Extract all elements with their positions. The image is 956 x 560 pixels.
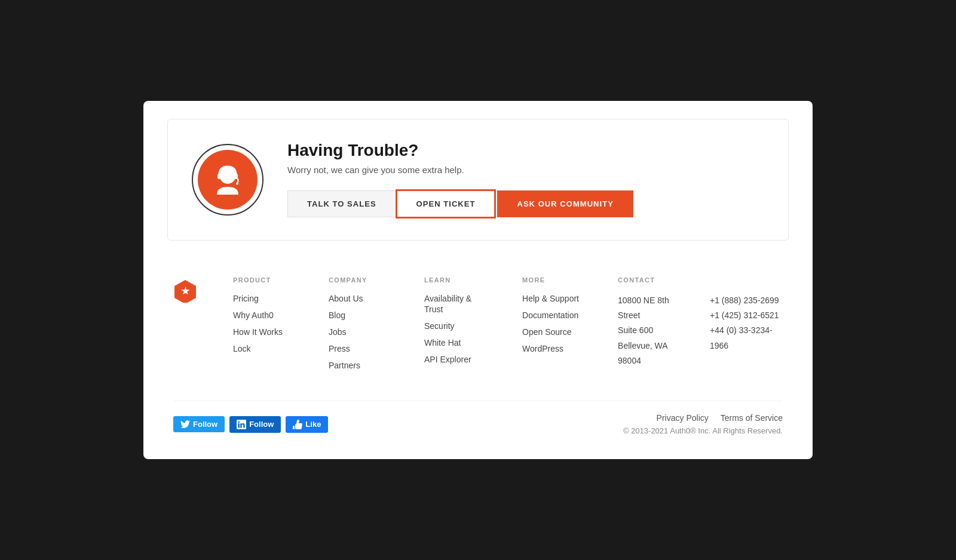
footer-top: ★ PRODUCT Pricing Why Auth0 How It Works… <box>173 276 783 377</box>
footer-col-learn-title: LEARN <box>424 276 486 284</box>
company-link-jobs[interactable]: Jobs <box>329 327 347 337</box>
linkedin-icon <box>237 420 246 429</box>
phone3: +44 (0) 33-3234-1966 <box>710 323 783 353</box>
list-item: Press <box>329 343 388 354</box>
list-item: Jobs <box>329 327 388 337</box>
footer-legal-links: Privacy Policy Terms of Service <box>657 413 783 423</box>
talk-to-sales-button[interactable]: TALK TO SALES <box>287 190 396 217</box>
facebook-like-button[interactable]: Like <box>286 416 328 433</box>
footer-col-more-title: MORE <box>522 276 582 284</box>
footer-col-company-links: About Us Blog Jobs Press Partners <box>329 293 388 371</box>
trouble-icon-circle <box>198 150 258 210</box>
list-item: About Us <box>329 293 388 304</box>
trouble-icon-outer <box>192 144 263 216</box>
trouble-content: Having Trouble? Worry not, we can give y… <box>287 141 764 219</box>
list-item: White Hat <box>424 337 486 348</box>
list-item: API Explorer <box>424 354 486 365</box>
address-line3: Bellevue, WA 98004 <box>618 339 686 368</box>
learn-link-whitehat[interactable]: White Hat <box>424 338 461 347</box>
more-link-docs[interactable]: Documentation <box>522 310 578 320</box>
address-line1: 10800 NE 8th Street <box>618 293 686 323</box>
footer-col-learn: LEARN Availability & Trust Security Whit… <box>424 276 486 377</box>
company-link-blog[interactable]: Blog <box>329 310 345 320</box>
linkedin-follow-button[interactable]: Follow <box>229 416 281 433</box>
footer-col-product: PRODUCT Pricing Why Auth0 How It Works L… <box>233 276 293 377</box>
list-item: Help & Support <box>522 293 582 304</box>
phone1: +1 (888) 235-2699 <box>710 293 783 308</box>
footer-columns: PRODUCT Pricing Why Auth0 How It Works L… <box>233 276 783 377</box>
phone2: +1 (425) 312-6521 <box>710 308 783 323</box>
page-wrapper: Having Trouble? Worry not, we can give y… <box>143 101 813 459</box>
linkedin-follow-label: Follow <box>249 420 274 429</box>
footer-bottom: Follow Follow Like <box>173 401 783 435</box>
learn-link-api-explorer[interactable]: API Explorer <box>424 355 471 364</box>
product-link-pricing[interactable]: Pricing <box>233 294 259 303</box>
trouble-card: Having Trouble? Worry not, we can give y… <box>167 119 789 241</box>
social-buttons: Follow Follow Like <box>173 416 328 433</box>
footer-logo: ★ <box>173 279 197 305</box>
ask-community-button[interactable]: ASK OUR COMMUNITY <box>497 190 633 217</box>
product-link-lock[interactable]: Lock <box>233 344 251 353</box>
support-icon <box>210 162 246 198</box>
facebook-like-label: Like <box>305 420 321 429</box>
contact-details: 10800 NE 8th Street Suite 600 Bellevue, … <box>618 293 783 368</box>
list-item: Security <box>424 321 486 331</box>
learn-link-security[interactable]: Security <box>424 321 455 331</box>
svg-point-3 <box>236 183 238 185</box>
list-item: Why Auth0 <box>233 310 293 321</box>
company-link-partners[interactable]: Partners <box>329 361 360 370</box>
footer-col-contact: CONTACT 10800 NE 8th Street Suite 600 Be… <box>618 276 783 377</box>
address-line2: Suite 600 <box>618 323 686 338</box>
footer-col-more-links: Help & Support Documentation Open Source… <box>522 293 582 354</box>
twitter-icon <box>180 420 190 428</box>
footer-col-more: MORE Help & Support Documentation Open S… <box>522 276 582 377</box>
more-link-opensource[interactable]: Open Source <box>522 327 572 337</box>
learn-link-availability[interactable]: Availability & Trust <box>424 294 471 314</box>
list-item: Pricing <box>233 293 293 304</box>
trouble-buttons: TALK TO SALES OPEN TICKET ASK OUR COMMUN… <box>287 189 764 219</box>
footer-copyright: © 2013-2021 Auth0® Inc. All Rights Reser… <box>623 426 783 435</box>
more-link-help[interactable]: Help & Support <box>522 294 579 303</box>
list-item: Lock <box>233 343 293 354</box>
contact-address: 10800 NE 8th Street Suite 600 Bellevue, … <box>618 293 686 368</box>
list-item: WordPress <box>522 343 582 354</box>
list-item: Open Source <box>522 327 582 337</box>
twitter-follow-label: Follow <box>193 420 217 429</box>
more-link-wordpress[interactable]: WordPress <box>522 344 563 353</box>
footer-col-learn-links: Availability & Trust Security White Hat … <box>424 293 486 365</box>
list-item: Availability & Trust <box>424 293 486 315</box>
product-link-how-it-works[interactable]: How It Works <box>233 327 283 337</box>
trouble-title: Having Trouble? <box>287 141 764 160</box>
svg-rect-1 <box>217 174 220 179</box>
footer-col-company-title: COMPANY <box>329 276 388 284</box>
facebook-thumbs-up-icon <box>293 420 302 429</box>
footer: ★ PRODUCT Pricing Why Auth0 How It Works… <box>167 276 789 435</box>
svg-text:★: ★ <box>181 286 190 296</box>
company-link-press[interactable]: Press <box>329 344 350 353</box>
footer-col-company: COMPANY About Us Blog Jobs Press Partner… <box>329 276 388 377</box>
twitter-follow-button[interactable]: Follow <box>173 416 225 432</box>
trouble-subtitle: Worry not, we can give you some extra he… <box>287 165 764 175</box>
footer-col-product-links: Pricing Why Auth0 How It Works Lock <box>233 293 293 354</box>
list-item: Documentation <box>522 310 582 321</box>
list-item: Partners <box>329 360 388 371</box>
terms-of-service-link[interactable]: Terms of Service <box>721 413 783 423</box>
list-item: Blog <box>329 310 388 321</box>
list-item: How It Works <box>233 327 293 337</box>
open-ticket-button[interactable]: OPEN TICKET <box>396 189 497 219</box>
contact-phones: +1 (888) 235-2699 +1 (425) 312-6521 +44 … <box>710 293 783 368</box>
privacy-policy-link[interactable]: Privacy Policy <box>657 413 709 423</box>
footer-legal: Privacy Policy Terms of Service © 2013-2… <box>623 413 783 435</box>
footer-col-product-title: PRODUCT <box>233 276 293 284</box>
product-link-why-auth0[interactable]: Why Auth0 <box>233 310 274 320</box>
company-link-about[interactable]: About Us <box>329 294 363 303</box>
footer-col-contact-title: CONTACT <box>618 276 783 284</box>
